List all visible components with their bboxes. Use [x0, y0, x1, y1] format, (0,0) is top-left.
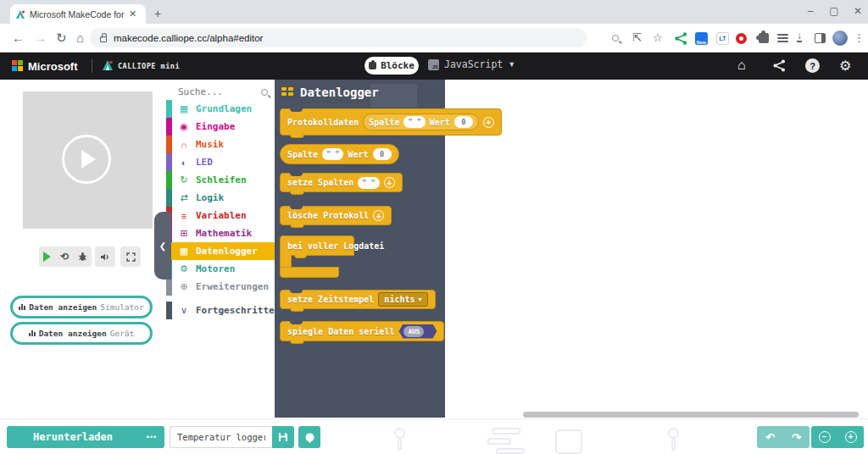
home-icon[interactable]: ⌂: [76, 30, 84, 45]
downloads-icon[interactable]: ↓: [797, 31, 802, 42]
table-icon: ▦: [178, 246, 190, 257]
profile-avatar[interactable]: [832, 30, 848, 46]
sidebar-toggle-icon[interactable]: [815, 33, 826, 43]
text-field[interactable]: " ": [322, 148, 343, 160]
back-icon[interactable]: ←: [12, 30, 25, 45]
download-more-icon[interactable]: •••: [139, 433, 164, 441]
category-variablen[interactable]: ≡Variablen: [166, 207, 275, 224]
ghost-pin: [668, 428, 679, 439]
toolbox-collapse-handle[interactable]: ❮: [154, 212, 171, 280]
category-motoren[interactable]: ⚙Motoren: [166, 260, 275, 278]
toolbox-search[interactable]: [178, 86, 268, 97]
block-protokolldaten[interactable]: Protokolldaten Spalte " " Wert 0 +: [280, 108, 502, 136]
media-list-icon[interactable]: [777, 34, 788, 42]
category-led[interactable]: ◐LED: [166, 153, 275, 171]
blocks-puzzle-icon: [369, 62, 376, 69]
javascript-toggle-button[interactable]: JS JavaScript ▼: [428, 58, 515, 70]
browser-menu-icon[interactable]: ⋮: [854, 31, 865, 44]
settings-gear-icon[interactable]: ⚙: [839, 58, 851, 74]
share-icon[interactable]: [773, 59, 786, 72]
sim-play-icon[interactable]: [43, 252, 51, 262]
dropdown-field[interactable]: nichts ▼: [378, 292, 427, 307]
ghost-chip: [555, 429, 582, 454]
block-loesche-protokoll[interactable]: lösche Protokoll +: [280, 206, 392, 225]
plus-icon[interactable]: +: [483, 117, 494, 128]
extension-new-icon[interactable]: New: [695, 32, 708, 45]
category-logik[interactable]: ⇄Logik: [166, 189, 275, 207]
extension-red-ring-icon[interactable]: [736, 33, 747, 44]
plus-icon[interactable]: +: [373, 210, 384, 221]
horizontal-scrollbar[interactable]: [523, 412, 859, 418]
sim-restart-icon[interactable]: ⟲: [60, 251, 69, 263]
extensions-puzzle-icon[interactable]: [759, 33, 769, 43]
category-fortgeschritten[interactable]: ∨Fortgeschritten: [166, 302, 275, 319]
block-spalte-wert[interactable]: Spalte " " Wert 0: [280, 144, 399, 164]
github-icon: [304, 432, 315, 443]
number-field[interactable]: 0: [373, 148, 392, 160]
window-minimize-button[interactable]: –: [800, 5, 821, 17]
show-data-device-button[interactable]: Daten anzeigen Gerät: [10, 322, 153, 345]
blocks-toggle-button[interactable]: Blöcke: [364, 57, 419, 75]
browser-titlebar: Microsoft MakeCode for Calliop ✕ + – ▢ ✕: [0, 0, 868, 24]
download-button[interactable]: Herunterladen •••: [7, 426, 164, 448]
header-divider: [92, 59, 92, 73]
show-data-simulator-button[interactable]: Daten anzeigen Simulator: [10, 296, 153, 318]
reload-icon[interactable]: ↻: [56, 30, 67, 46]
extension-languagetool-icon[interactable]: LT: [716, 32, 729, 45]
block-spiegle-daten-seriell[interactable]: spiegle Daten seriell AUS: [280, 321, 444, 341]
window-maximize-button[interactable]: ▢: [824, 5, 844, 17]
download-label: Herunterladen: [7, 431, 139, 443]
dropdown-value: nichts: [384, 295, 415, 304]
zoom-group: − +: [811, 426, 864, 448]
share-page-icon[interactable]: ⇱: [632, 31, 642, 44]
category-schleifen[interactable]: ↻Schleifen: [166, 171, 275, 189]
category-datenlogger[interactable]: ▦Datenlogger: [166, 242, 275, 260]
block-setze-spalten[interactable]: setze Spalten " " +: [280, 173, 403, 192]
sim-debug-bug-icon[interactable]: [78, 252, 87, 262]
zoom-search-icon[interactable]: [612, 31, 619, 44]
text-field[interactable]: " ": [358, 177, 379, 189]
project-name-input[interactable]: [170, 426, 272, 448]
undo-button[interactable]: ↶: [757, 426, 783, 448]
bookmark-star-icon[interactable]: ☆: [653, 31, 663, 44]
block-label: lösche Protokoll: [287, 211, 369, 220]
number-field[interactable]: 0: [454, 116, 473, 128]
extension-share-green-icon[interactable]: [675, 32, 687, 45]
toggle-value: AUS: [403, 326, 424, 337]
new-tab-button[interactable]: +: [154, 7, 161, 20]
search-input[interactable]: [178, 86, 246, 97]
help-icon[interactable]: ?: [805, 58, 820, 73]
zoom-out-button[interactable]: −: [811, 426, 837, 448]
sim-sound-button[interactable]: [95, 246, 115, 267]
address-bar[interactable]: makecode.calliope.cc/alpha#editor: [90, 28, 587, 47]
category-eingabe[interactable]: ◉Eingabe: [166, 118, 275, 136]
window-close-button[interactable]: ✕: [848, 5, 868, 17]
github-button[interactable]: [298, 426, 320, 448]
nested-spalte-wert-block[interactable]: Spalte " " Wert 0: [363, 114, 479, 130]
redo-button[interactable]: ↷: [783, 426, 810, 448]
zoom-in-button[interactable]: +: [837, 426, 864, 448]
led-icon: ◐: [178, 158, 190, 168]
toolbox: ▦Grundlagen ◉Eingabe ∩Musik ◐LED ↻Schlei…: [166, 80, 275, 454]
category-erweiterungen[interactable]: ⊕Erweiterungen: [166, 278, 275, 296]
home-button-icon[interactable]: ⌂: [737, 58, 746, 73]
category-mathematik[interactable]: ⊞Mathematik: [166, 224, 275, 242]
ghost-pin-stem: [671, 439, 676, 451]
calliope-logo: [102, 59, 114, 71]
boolean-toggle-field[interactable]: AUS: [398, 324, 437, 339]
browser-tab[interactable]: Microsoft MakeCode for Calliop ✕: [10, 4, 146, 24]
category-musik[interactable]: ∩Musik: [166, 136, 275, 153]
ghost-pin: [394, 428, 405, 439]
tab-close-icon[interactable]: ✕: [129, 8, 136, 19]
sim-fullscreen-button[interactable]: [120, 246, 141, 267]
category-grundlagen[interactable]: ▦Grundlagen: [166, 100, 275, 118]
save-button[interactable]: [272, 426, 294, 448]
show-data-device-target: Gerät: [110, 329, 135, 338]
chart-bars-icon: [19, 304, 25, 310]
block-setze-zeitstempel[interactable]: setze Zeitstempel nichts ▼: [280, 290, 436, 309]
show-data-device-label: Daten anzeigen: [39, 329, 107, 338]
calculator-icon: ⊞: [178, 228, 190, 239]
plus-icon[interactable]: +: [384, 177, 395, 188]
forward-icon[interactable]: →: [34, 30, 47, 45]
text-field[interactable]: " ": [403, 116, 425, 128]
